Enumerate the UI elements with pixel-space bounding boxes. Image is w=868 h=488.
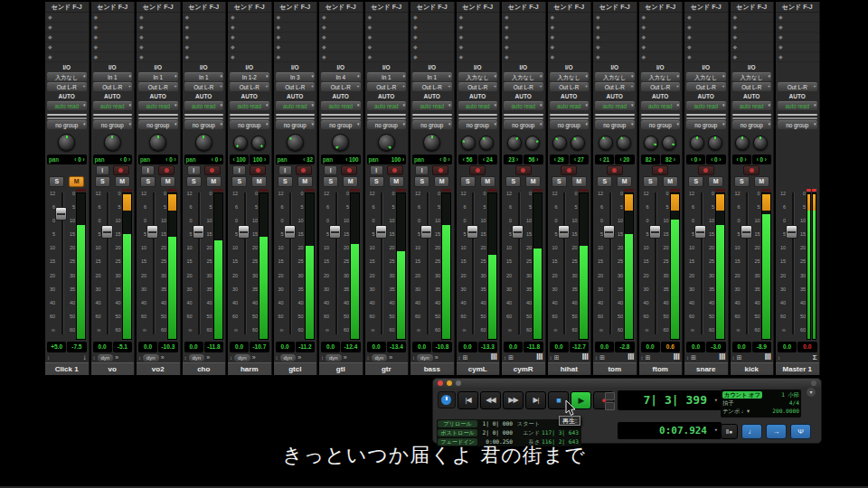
expand-icon[interactable]: »: [297, 353, 301, 361]
output-window-icon[interactable]: +: [494, 82, 496, 90]
peak-value[interactable]: -2.8: [615, 342, 634, 352]
clip-indicator[interactable]: [715, 189, 725, 192]
nudge-stepper-icon[interactable]: ↕: [686, 355, 689, 361]
send-slot[interactable]: ◆: [365, 13, 409, 23]
group-selector[interactable]: no group▾: [732, 120, 772, 129]
output-window-icon[interactable]: +: [768, 82, 770, 90]
nudge-stepper-icon[interactable]: ↕: [321, 355, 324, 361]
send-slot[interactable]: ◆: [228, 23, 271, 33]
volume-value[interactable]: 0.0: [138, 342, 157, 352]
pan-value[interactable]: ‹ 100: [230, 155, 249, 164]
send-slot[interactable]: ◆: [91, 13, 135, 23]
pan-knob[interactable]: [479, 136, 494, 150]
layers-icon[interactable]: ⊞: [599, 353, 605, 361]
pan-value[interactable]: ‹ 0 ›: [706, 155, 725, 164]
clip-indicator[interactable]: [487, 189, 497, 192]
input-selector[interactable]: 入力なし▾: [686, 72, 726, 81]
send-slot[interactable]: ◆: [410, 33, 454, 42]
send-slot[interactable]: ◆: [183, 13, 226, 23]
automation-mode-selector[interactable]: auto read▾: [93, 101, 133, 110]
input-selector[interactable]: In 3▾: [276, 72, 316, 81]
track-name[interactable]: gtcl: [274, 362, 317, 375]
input-selector[interactable]: In 4▾: [321, 72, 361, 81]
clip-indicator[interactable]: [441, 189, 451, 192]
input-monitor-button[interactable]: I: [96, 165, 109, 175]
mute-button[interactable]: M: [708, 176, 723, 187]
send-slot[interactable]: ◆: [639, 52, 683, 62]
nudge-stepper-icon[interactable]: ↕: [230, 355, 232, 361]
send-slot[interactable]: ◆: [457, 42, 500, 52]
peak-value[interactable]: -10.7: [250, 342, 269, 352]
mute-button[interactable]: M: [69, 176, 84, 187]
input-selector[interactable]: In 1▾: [93, 72, 133, 81]
expand-icon[interactable]: »: [344, 353, 347, 361]
volume-value[interactable]: 0.0: [367, 342, 386, 352]
pan-value[interactable]: 56 ›: [524, 155, 542, 164]
record-arm-button[interactable]: [341, 165, 357, 175]
pan-value[interactable]: 100 ›: [250, 155, 269, 164]
solo-button[interactable]: S: [140, 176, 156, 187]
solo-button[interactable]: S: [734, 176, 750, 187]
send-slot[interactable]: ◆: [365, 42, 409, 52]
mute-button[interactable]: M: [571, 176, 587, 187]
pan-knob[interactable]: [332, 134, 349, 151]
expand-icon[interactable]: »: [161, 353, 165, 361]
send-slot[interactable]: ◆: [639, 23, 683, 33]
volume-value[interactable]: 0.0: [230, 342, 249, 352]
output-selector[interactable]: Out L-R+: [412, 82, 452, 91]
pan-value[interactable]: pan‹ 100: [321, 155, 361, 164]
pan-knob[interactable]: [599, 136, 613, 150]
pan-knob[interactable]: [753, 136, 768, 150]
input-monitor-button[interactable]: I: [370, 165, 383, 175]
automation-mode-selector[interactable]: auto read▾: [732, 101, 772, 110]
track-name[interactable]: hihat: [548, 362, 591, 375]
send-slot[interactable]: ◆: [183, 42, 226, 52]
input-monitor-button[interactable]: I: [278, 165, 292, 175]
send-slot[interactable]: ◆: [684, 52, 728, 62]
track-name[interactable]: Click 1: [45, 362, 89, 375]
mute-button[interactable]: M: [754, 176, 769, 187]
solo-button[interactable]: S: [460, 176, 476, 187]
nudge-stepper-icon[interactable]: ↕: [550, 355, 552, 361]
nudge-stepper-icon[interactable]: ↕: [184, 355, 187, 361]
group-selector[interactable]: no group▾: [550, 120, 590, 129]
output-window-icon[interactable]: +: [83, 82, 86, 90]
output-window-icon[interactable]: +: [220, 82, 222, 90]
tempo-value[interactable]: 200.0000: [772, 407, 799, 416]
dyn-button[interactable]: dyn: [189, 354, 205, 361]
automation-mode-selector[interactable]: auto read▾: [367, 101, 407, 110]
track-name[interactable]: cho: [183, 362, 226, 375]
volume-value[interactable]: 0.0: [412, 342, 431, 352]
automation-mode-selector[interactable]: auto read▾: [321, 101, 361, 110]
clip-indicator[interactable]: [670, 189, 680, 192]
send-slot[interactable]: ◆: [137, 52, 180, 62]
send-slot[interactable]: ◆: [593, 23, 637, 33]
volume-value[interactable]: 0.0: [93, 342, 112, 352]
input-selector[interactable]: 入力なし▾: [641, 72, 681, 81]
main-counter[interactable]: 7| 3| 399▾: [618, 390, 722, 410]
output-window-icon[interactable]: +: [311, 82, 314, 90]
window-menu-icon[interactable]: [811, 380, 816, 386]
fader-track[interactable]: [284, 189, 296, 340]
send-slot[interactable]: ◆: [365, 23, 409, 33]
send-slot[interactable]: ◆: [776, 42, 819, 52]
fader-track[interactable]: [558, 189, 570, 340]
nudge-stepper-icon[interactable]: ↕: [276, 355, 278, 361]
fader-cap[interactable]: [512, 225, 524, 239]
solo-button[interactable]: S: [95, 176, 110, 187]
group-selector[interactable]: no group▾: [230, 120, 269, 129]
send-slot[interactable]: ◆: [684, 42, 728, 52]
instrument-meter-icon[interactable]: Ⅲ: [490, 353, 497, 361]
volume-value[interactable]: 0.0: [276, 342, 295, 352]
input-selector[interactable]: 入力なし▾: [595, 72, 635, 81]
fader-cap[interactable]: [329, 225, 341, 239]
send-slot[interactable]: ◆: [137, 23, 180, 33]
peak-value[interactable]: -3.0: [706, 342, 725, 352]
send-slot[interactable]: ◆: [91, 52, 135, 62]
send-slot[interactable]: ◆: [274, 33, 317, 42]
group-selector[interactable]: no group▾: [504, 120, 543, 129]
output-window-icon[interactable]: +: [585, 82, 588, 90]
output-window-icon[interactable]: +: [266, 82, 269, 90]
output-selector[interactable]: Out L-R+: [138, 82, 178, 91]
automation-mode-selector[interactable]: auto read▾: [138, 101, 178, 110]
